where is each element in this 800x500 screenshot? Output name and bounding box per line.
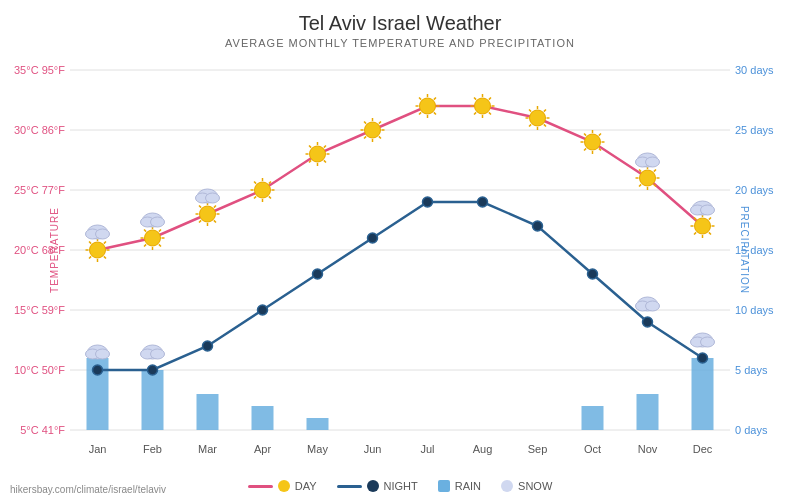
svg-rect-27 [637,394,659,430]
svg-point-86 [365,122,381,138]
svg-line-63 [199,220,201,222]
legend-day: DAY [248,480,317,492]
svg-point-154 [151,349,165,359]
x-label-dec: Dec [675,443,730,455]
svg-line-103 [434,98,436,100]
svg-line-90 [364,136,366,138]
svg-point-166 [96,229,110,239]
svg-point-30 [148,365,158,375]
svg-line-85 [324,146,326,148]
svg-text:10°C 50°F: 10°C 50°F [14,364,65,376]
x-label-sep: Sep [510,443,565,455]
svg-line-72 [254,196,256,198]
svg-rect-23 [197,394,219,430]
svg-line-112 [489,98,491,100]
chart-container: Tel Aviv Israel Weather AVERAGE MONTHLY … [0,0,800,500]
x-axis-labels: JanFebMarAprMayJunJulAugSepOctNovDec [70,443,730,455]
url-label: hikersbay.com/climate/israel/telaviv [10,484,166,495]
svg-line-56 [144,230,146,232]
x-label-apr: Apr [235,443,290,455]
chart-title: Tel Aviv Israel Weather [0,0,800,35]
svg-line-47 [89,242,91,244]
legend-night-line [337,485,362,488]
svg-line-142 [709,232,711,234]
svg-point-151 [96,349,110,359]
svg-line-43 [104,256,106,258]
svg-line-126 [584,148,586,150]
svg-line-70 [269,196,271,198]
svg-line-52 [159,244,161,246]
svg-rect-28 [692,358,714,430]
legend-night-icon [367,480,379,492]
legend-night: NIGHT [337,480,418,492]
svg-line-144 [694,232,696,234]
svg-point-40 [698,353,708,363]
svg-line-130 [599,134,601,136]
svg-line-67 [214,206,216,208]
svg-text:25 days: 25 days [735,124,774,136]
svg-line-92 [364,122,366,124]
svg-text:0 days: 0 days [735,424,768,436]
svg-text:35°C 95°F: 35°C 95°F [14,64,65,76]
x-label-aug: Aug [455,443,510,455]
svg-point-131 [640,170,656,186]
svg-point-122 [585,134,601,150]
svg-line-45 [89,256,91,258]
svg-text:20°C 68°F: 20°C 68°F [14,244,65,256]
svg-line-65 [199,206,201,208]
svg-text:30 days: 30 days [735,64,774,76]
legend-rain: RAIN [438,480,481,492]
legend-rain-label: RAIN [455,480,481,492]
svg-line-61 [214,220,216,222]
chart-subtitle: AVERAGE MONTHLY TEMPERATURE AND PRECIPIT… [0,37,800,49]
svg-point-36 [478,197,488,207]
svg-line-58 [159,230,161,232]
x-label-mar: Mar [180,443,235,455]
svg-point-160 [646,301,660,311]
svg-line-148 [709,218,711,220]
x-label-oct: Oct [565,443,620,455]
svg-text:20 days: 20 days [735,184,774,196]
svg-point-104 [475,98,491,114]
svg-text:15°C 59°F: 15°C 59°F [14,304,65,316]
svg-text:5°C 41°F: 5°C 41°F [20,424,65,436]
svg-line-139 [654,170,656,172]
legend-snow-icon [501,480,513,492]
x-label-jun: Jun [345,443,400,455]
legend-day-icon [278,480,290,492]
svg-rect-26 [582,406,604,430]
svg-line-117 [529,124,531,126]
svg-line-115 [544,124,546,126]
svg-line-106 [489,112,491,114]
legend-day-line [248,485,273,488]
svg-point-169 [151,217,165,227]
svg-point-175 [206,193,220,203]
legend-night-label: NIGHT [384,480,418,492]
svg-rect-22 [142,370,164,430]
x-label-jan: Jan [70,443,125,455]
svg-point-157 [701,337,715,347]
svg-point-95 [420,98,436,114]
x-label-nov: Nov [620,443,675,455]
legend-snow-label: SNOW [518,480,552,492]
svg-point-163 [646,157,660,167]
svg-point-37 [533,221,543,231]
svg-point-41 [90,242,106,258]
svg-rect-24 [252,406,274,430]
svg-point-38 [588,269,598,279]
svg-text:30°C 86°F: 30°C 86°F [14,124,65,136]
svg-line-99 [419,112,421,114]
svg-line-110 [474,98,476,100]
svg-text:5 days: 5 days [735,364,768,376]
svg-line-128 [584,134,586,136]
svg-point-35 [423,197,433,207]
main-chart-svg: 35°C 95°F30°C 86°F25°C 77°F20°C 68°F15°C… [70,60,730,430]
svg-point-33 [313,269,323,279]
x-label-feb: Feb [125,443,180,455]
svg-line-135 [639,184,641,186]
svg-line-83 [309,146,311,148]
svg-line-108 [474,112,476,114]
x-label-may: May [290,443,345,455]
svg-line-121 [544,110,546,112]
svg-text:15 days: 15 days [735,244,774,256]
